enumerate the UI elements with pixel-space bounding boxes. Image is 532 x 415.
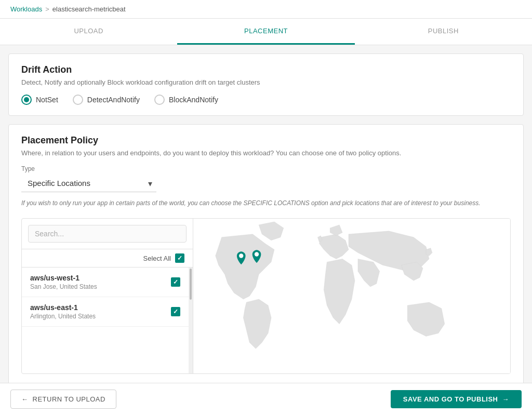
list-scroll-container: aws/us-west-1 San Jose, United States aw…: [22, 267, 193, 373]
list-item: aws/us-west-1 San Jose, United States: [22, 267, 189, 297]
tab-publish[interactable]: PUBLISH: [355, 19, 532, 45]
radio-blockandnotify[interactable]: BlockAndNotify: [154, 95, 218, 105]
world-map: [193, 219, 510, 373]
placement-policy-title: Placement Policy: [21, 135, 511, 146]
bottom-bar: ← RETURN TO UPLOAD SAVE AND GO TO PUBLIS…: [0, 383, 532, 415]
breadcrumb-parent[interactable]: Workloads: [10, 5, 42, 13]
select-all-label: Select All: [143, 255, 171, 262]
search-input[interactable]: [28, 225, 187, 243]
tab-upload[interactable]: UPLOAD: [0, 19, 177, 45]
main-content: Drift Action Detect, Notify and optional…: [0, 45, 532, 415]
placement-policy-card: Placement Policy Where, in relation to y…: [8, 124, 524, 385]
select-all-checkbox[interactable]: [175, 253, 184, 263]
placement-policy-desc: Where, in relation to your users and end…: [21, 149, 511, 157]
location-checkbox-us-east[interactable]: [171, 307, 180, 316]
type-label: Type: [21, 165, 511, 172]
tab-navigation: UPLOAD PLACEMENT PUBLISH: [0, 19, 532, 45]
radio-blockandnotify-label: BlockAndNotify: [169, 96, 218, 104]
location-name-us-west: aws/us-west-1: [30, 274, 97, 282]
arrow-left-icon: ←: [21, 395, 29, 403]
select-all-row: Select All: [22, 249, 193, 267]
radio-detectandnotify-label: DetectAndNotify: [87, 96, 140, 104]
tab-placement[interactable]: PLACEMENT: [177, 19, 354, 45]
map-area: [193, 219, 510, 373]
drift-action-card: Drift Action Detect, Notify and optional…: [8, 53, 524, 116]
search-box: [22, 219, 193, 249]
radio-blockandnotify-circle: [154, 95, 165, 105]
location-name-us-east: aws/us-east-1: [30, 303, 96, 312]
return-label: RETURN TO UPLOAD: [33, 395, 105, 403]
radio-notset[interactable]: NotSet: [21, 95, 58, 105]
locations-list: Select All aws/us-west-1 San Jose, Unite…: [22, 219, 193, 373]
radio-detectandnotify[interactable]: DetectAndNotify: [73, 95, 140, 105]
return-to-upload-button[interactable]: ← RETURN TO UPLOAD: [10, 390, 116, 409]
save-label: SAVE AND GO TO PUBLISH: [403, 395, 498, 403]
location-items: aws/us-west-1 San Jose, United States aw…: [22, 267, 189, 373]
svg-point-0: [239, 253, 243, 258]
location-sub-us-east: Arlington, United States: [30, 313, 96, 320]
location-checkbox-us-west[interactable]: [171, 277, 180, 287]
drift-action-title: Drift Action: [21, 64, 511, 75]
list-item: aws/us-east-1 Arlington, United States: [22, 297, 189, 327]
location-info-us-west: aws/us-west-1 San Jose, United States: [30, 274, 97, 290]
type-select-wrapper: Specific Locations Nearest to Users ▾: [21, 175, 156, 192]
radio-detectandnotify-circle: [73, 95, 83, 105]
type-select[interactable]: Specific Locations Nearest to Users: [21, 175, 156, 192]
policy-hint: If you wish to only run your app in cert…: [21, 198, 511, 208]
arrow-right-icon: →: [502, 395, 510, 403]
save-and-publish-button[interactable]: SAVE AND GO TO PUBLISH →: [391, 390, 522, 408]
radio-notset-circle: [21, 95, 32, 105]
scrollbar-track[interactable]: [189, 267, 193, 373]
svg-point-1: [255, 252, 259, 256]
drift-action-radio-group: NotSet DetectAndNotify BlockAndNotify: [21, 95, 511, 105]
scrollbar-thumb: [190, 269, 192, 300]
drift-action-subtitle: Detect, Notify and optionally Block work…: [21, 78, 511, 86]
breadcrumb-bar: Workloads > elasticsearch-metricbeat: [0, 0, 532, 19]
breadcrumb-current: elasticsearch-metricbeat: [52, 5, 126, 13]
radio-notset-label: NotSet: [36, 96, 58, 104]
breadcrumb-separator: >: [45, 5, 49, 13]
location-info-us-east: aws/us-east-1 Arlington, United States: [30, 303, 96, 320]
location-sub-us-west: San Jose, United States: [30, 283, 97, 290]
locations-panel: Select All aws/us-west-1 San Jose, Unite…: [21, 218, 511, 374]
